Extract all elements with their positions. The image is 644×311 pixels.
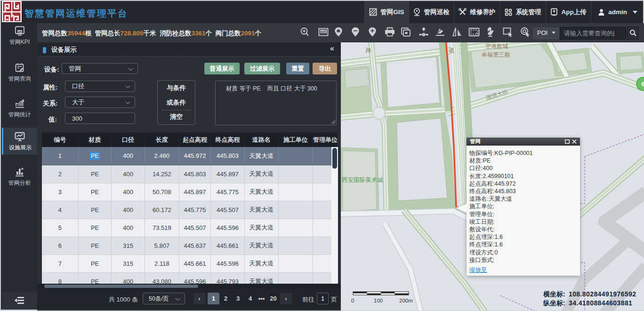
svg-text:幸福里三期: 幸福里三期 <box>482 51 510 58</box>
svg-text:200m: 200m <box>399 298 413 303</box>
svg-text:kPI: kPI <box>17 31 22 33</box>
svg-text:100: 100 <box>374 298 383 303</box>
svg-text:34.41808844603881: 34.41808844603881 <box>569 299 632 307</box>
svg-text:横坐标:: 横坐标: <box>543 290 565 298</box>
svg-text:道: 道 <box>449 47 454 54</box>
svg-text:空港新城: 空港新城 <box>485 43 508 49</box>
svg-text:西安国际美术城: 西安国际美术城 <box>342 177 383 183</box>
svg-text:纵坐标:: 纵坐标: <box>543 299 565 307</box>
svg-text:6: 6 <box>641 81 644 88</box>
svg-text:跨: 跨 <box>365 47 372 54</box>
svg-text:0: 0 <box>351 298 354 303</box>
svg-text:108.80284491976592: 108.80284491976592 <box>569 290 636 298</box>
